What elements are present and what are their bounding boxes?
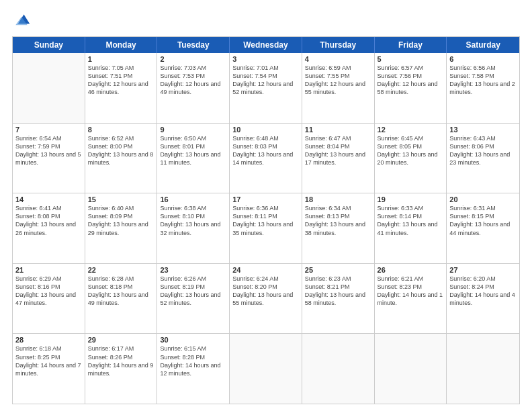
daylight-text: Daylight: 13 hours and 52 minutes. [160, 291, 226, 307]
day-cell-5: 5Sunrise: 6:57 AMSunset: 7:56 PMDaylight… [375, 53, 447, 123]
sunrise-text: Sunrise: 6:33 AM [378, 204, 444, 212]
day-info: Sunrise: 6:36 AMSunset: 8:11 PMDaylight:… [232, 204, 299, 237]
day-cell-16: 16Sunrise: 6:38 AMSunset: 8:10 PMDayligh… [157, 193, 230, 263]
day-info: Sunrise: 6:28 AMSunset: 8:18 PMDaylight:… [88, 275, 154, 308]
sunrise-text: Sunrise: 7:03 AM [160, 64, 226, 72]
day-number: 24 [232, 266, 299, 274]
day-number: 20 [449, 195, 517, 203]
week-row-4: 21Sunrise: 6:29 AMSunset: 8:16 PMDayligh… [13, 264, 519, 334]
daylight-text: Daylight: 13 hours and 23 minutes. [449, 150, 517, 167]
sunrise-text: Sunrise: 6:21 AM [378, 275, 444, 283]
day-number: 10 [232, 126, 299, 134]
day-info: Sunrise: 6:54 AMSunset: 7:59 PMDaylight:… [15, 134, 82, 167]
sunrise-text: Sunrise: 6:29 AM [15, 275, 82, 283]
daylight-text: Daylight: 13 hours and 41 minutes. [378, 220, 444, 236]
day-number: 2 [160, 55, 226, 63]
day-info: Sunrise: 6:17 AMSunset: 8:26 PMDaylight:… [88, 345, 154, 377]
daylight-text: Daylight: 13 hours and 17 minutes. [305, 150, 371, 167]
day-info: Sunrise: 6:34 AMSunset: 8:13 PMDaylight:… [305, 204, 371, 237]
day-number: 13 [449, 126, 517, 134]
day-cell-empty [375, 334, 447, 404]
day-info: Sunrise: 6:57 AMSunset: 7:56 PMDaylight:… [378, 64, 444, 97]
daylight-text: Daylight: 14 hours and 4 minutes. [449, 291, 517, 307]
sunset-text: Sunset: 8:23 PM [378, 283, 444, 291]
day-info: Sunrise: 6:21 AMSunset: 8:23 PMDaylight:… [378, 275, 444, 308]
day-info: Sunrise: 7:05 AMSunset: 7:51 PMDaylight:… [88, 64, 154, 97]
daylight-text: Daylight: 13 hours and 44 minutes. [449, 220, 517, 236]
daylight-text: Daylight: 14 hours and 12 minutes. [160, 361, 226, 377]
column-headers: SundayMondayTuesdayWednesdayThursdayFrid… [13, 37, 519, 53]
sunset-text: Sunset: 8:19 PM [160, 283, 226, 291]
day-number: 28 [15, 336, 82, 344]
sunset-text: Sunset: 8:18 PM [88, 283, 154, 291]
day-cell-1: 1Sunrise: 7:05 AMSunset: 7:51 PMDaylight… [85, 53, 158, 123]
sunset-text: Sunset: 8:13 PM [305, 212, 371, 220]
daylight-text: Daylight: 14 hours and 7 minutes. [15, 361, 82, 377]
day-number: 26 [378, 266, 444, 274]
day-info: Sunrise: 7:03 AMSunset: 7:53 PMDaylight:… [160, 64, 226, 97]
daylight-text: Daylight: 13 hours and 55 minutes. [232, 291, 299, 307]
day-cell-26: 26Sunrise: 6:21 AMSunset: 8:23 PMDayligh… [375, 264, 447, 334]
sunset-text: Sunset: 8:04 PM [305, 142, 371, 150]
day-cell-28: 28Sunrise: 6:18 AMSunset: 8:25 PMDayligh… [13, 334, 85, 404]
day-info: Sunrise: 6:48 AMSunset: 8:03 PMDaylight:… [232, 134, 299, 167]
col-header-thursday: Thursday [302, 37, 375, 53]
logo-icon [12, 12, 31, 31]
daylight-text: Daylight: 13 hours and 8 minutes. [88, 150, 154, 167]
day-cell-21: 21Sunrise: 6:29 AMSunset: 8:16 PMDayligh… [13, 264, 85, 334]
daylight-text: Daylight: 13 hours and 14 minutes. [232, 150, 299, 167]
week-row-1: 1Sunrise: 7:05 AMSunset: 7:51 PMDaylight… [13, 53, 519, 124]
sunrise-text: Sunrise: 6:45 AM [378, 134, 444, 142]
sunrise-text: Sunrise: 6:43 AM [449, 134, 517, 142]
day-cell-27: 27Sunrise: 6:20 AMSunset: 8:24 PMDayligh… [447, 264, 519, 334]
daylight-text: Daylight: 12 hours and 58 minutes. [378, 80, 444, 96]
sunrise-text: Sunrise: 6:20 AM [449, 275, 517, 283]
day-cell-15: 15Sunrise: 6:40 AMSunset: 8:09 PMDayligh… [85, 193, 158, 263]
sunset-text: Sunset: 8:00 PM [88, 142, 154, 150]
daylight-text: Daylight: 12 hours and 52 minutes. [232, 80, 299, 96]
sunset-text: Sunset: 8:15 PM [449, 212, 517, 220]
day-info: Sunrise: 6:43 AMSunset: 8:06 PMDaylight:… [449, 134, 517, 167]
day-cell-19: 19Sunrise: 6:33 AMSunset: 8:14 PMDayligh… [375, 193, 447, 263]
day-cell-14: 14Sunrise: 6:41 AMSunset: 8:08 PMDayligh… [13, 193, 85, 263]
daylight-text: Daylight: 13 hours and 47 minutes. [15, 291, 82, 307]
day-number: 9 [160, 126, 226, 134]
sunrise-text: Sunrise: 6:56 AM [449, 64, 517, 72]
sunset-text: Sunset: 8:21 PM [305, 283, 371, 291]
sunset-text: Sunset: 8:10 PM [160, 212, 226, 220]
day-number: 4 [305, 55, 371, 63]
day-info: Sunrise: 6:15 AMSunset: 8:28 PMDaylight:… [160, 345, 226, 377]
sunrise-text: Sunrise: 6:47 AM [305, 134, 371, 142]
day-info: Sunrise: 6:33 AMSunset: 8:14 PMDaylight:… [378, 204, 444, 237]
day-number: 30 [160, 336, 226, 344]
daylight-text: Daylight: 13 hours and 58 minutes. [305, 291, 371, 307]
sunrise-text: Sunrise: 6:26 AM [160, 275, 226, 283]
day-number: 5 [378, 55, 444, 63]
day-number: 1 [88, 55, 154, 63]
sunrise-text: Sunrise: 6:48 AM [232, 134, 299, 142]
daylight-text: Daylight: 13 hours and 29 minutes. [88, 220, 154, 236]
daylight-text: Daylight: 13 hours and 26 minutes. [15, 220, 82, 236]
sunrise-text: Sunrise: 6:57 AM [378, 64, 444, 72]
day-info: Sunrise: 6:52 AMSunset: 8:00 PMDaylight:… [88, 134, 154, 167]
sunrise-text: Sunrise: 6:28 AM [88, 275, 154, 283]
sunrise-text: Sunrise: 6:41 AM [15, 204, 82, 212]
day-cell-12: 12Sunrise: 6:45 AMSunset: 8:05 PMDayligh… [375, 124, 447, 193]
sunrise-text: Sunrise: 6:52 AM [88, 134, 154, 142]
sunset-text: Sunset: 8:01 PM [160, 142, 226, 150]
day-cell-empty [447, 334, 519, 404]
daylight-text: Daylight: 13 hours and 49 minutes. [88, 291, 154, 307]
day-info: Sunrise: 6:20 AMSunset: 8:24 PMDaylight:… [449, 275, 517, 308]
sunrise-text: Sunrise: 7:05 AM [88, 64, 154, 72]
sunset-text: Sunset: 7:59 PM [15, 142, 82, 150]
day-cell-17: 17Sunrise: 6:36 AMSunset: 8:11 PMDayligh… [230, 193, 302, 263]
calendar-grid: SundayMondayTuesdayWednesdayThursdayFrid… [12, 36, 520, 404]
day-number: 21 [15, 266, 82, 274]
day-cell-24: 24Sunrise: 6:24 AMSunset: 8:20 PMDayligh… [230, 264, 302, 334]
day-info: Sunrise: 6:59 AMSunset: 7:55 PMDaylight:… [305, 64, 371, 97]
sunset-text: Sunset: 7:53 PM [160, 72, 226, 80]
daylight-text: Daylight: 14 hours and 1 minute. [378, 291, 444, 307]
sunrise-text: Sunrise: 7:01 AM [232, 64, 299, 72]
day-cell-7: 7Sunrise: 6:54 AMSunset: 7:59 PMDaylight… [13, 124, 85, 193]
day-cell-10: 10Sunrise: 6:48 AMSunset: 8:03 PMDayligh… [230, 124, 302, 193]
